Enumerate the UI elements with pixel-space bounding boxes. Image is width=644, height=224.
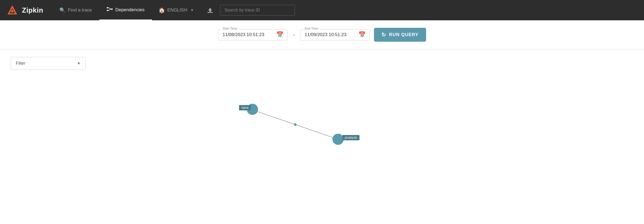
nav-dependencies[interactable]: Dependencies [99,0,152,20]
node-store[interactable]: store [239,104,258,115]
dependencies-icon [107,7,113,13]
query-bar: Start Time 11/08/2023 10:51:23 📅 - End T… [0,20,644,49]
logo-container: Zipkin [6,4,43,16]
end-calendar-icon[interactable]: 📅 [358,31,366,38]
nav-language[interactable]: 🏠 ENGLISH ▼ [152,0,200,20]
svg-rect-5 [111,9,113,10]
app-title: Zipkin [22,6,43,14]
find-trace-label: Find a trace [68,7,92,13]
nav-links: 🔍 Find a trace Dependencies 🏠 ENGLISH ▼ [52,0,638,20]
zipkin-logo-icon [6,4,18,16]
svg-rect-4 [107,10,108,11]
refresh-icon: ↻ [381,32,386,38]
chevron-down-icon: ▼ [191,8,194,12]
filter-label: Filter [16,61,25,66]
end-time-label: End Time [304,27,319,30]
main-content: Start Time 11/08/2023 10:51:23 📅 - End T… [0,20,644,224]
svg-point-12 [333,134,343,145]
translate-icon: 🏠 [158,7,165,13]
date-range-separator: - [292,32,296,38]
navbar: Zipkin 🔍 Find a trace Dependencies 🏠 [0,0,644,20]
svg-marker-9 [208,8,212,12]
filter-chevron-icon: ▼ [77,61,81,65]
run-query-button[interactable]: ↻ RUN QUERY [374,28,426,42]
node-products-label: products [345,136,357,140]
run-query-label: RUN QUERY [389,32,418,37]
upload-icon [207,7,214,14]
nav-upload[interactable] [200,0,220,20]
end-time-value: 11/09/2023 10:51:23 [305,32,346,37]
svg-line-7 [108,9,111,10]
start-time-label: Start Time [221,27,238,30]
nav-find-trace[interactable]: 🔍 Find a trace [52,0,100,20]
graph-svg: store products [0,75,644,182]
dependency-graph: store products [0,75,644,182]
start-time-field[interactable]: Start Time 11/08/2023 10:51:23 📅 [218,29,287,40]
start-calendar-icon[interactable]: 📅 [276,31,283,38]
search-trace-input[interactable] [220,5,295,16]
end-time-field[interactable]: End Time 11/09/2023 10:51:23 📅 [300,29,370,40]
start-time-value: 11/08/2023 10:51:23 [222,32,264,37]
node-store-label: store [241,106,249,110]
filter-dropdown[interactable]: Filter ▼ [11,57,86,70]
filter-section: Filter ▼ [0,49,644,70]
search-icon: 🔍 [59,7,65,13]
dependencies-label: Dependencies [115,7,145,13]
svg-rect-8 [207,12,213,13]
node-products[interactable]: products [333,134,359,145]
edge-midpoint [294,123,297,126]
svg-rect-3 [107,7,108,8]
language-label: ENGLISH [167,7,187,13]
svg-line-6 [108,8,111,9]
